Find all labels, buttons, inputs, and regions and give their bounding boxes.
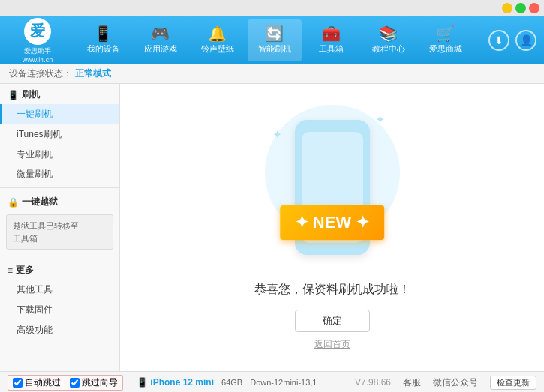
flash-icon: 🔄 [265,26,284,41]
sidebar-section-flash: 📱 刷机 [0,84,119,104]
check-update-button[interactable]: 检查更新 [490,376,536,390]
back-home-link[interactable]: 返回首页 [314,338,350,351]
sidebar-item-download-firmware[interactable]: 下载固件 [0,300,119,320]
sidebar-section-jailbreak: 🔒 一键越狱 [0,191,119,211]
version-label: V7.98.66 [355,377,391,388]
nav-bar: 📱 我的设备 🎮 应用游戏 🔔 铃声壁纸 🔄 智能刷机 🧰 工具箱 📚 教程中心… [68,19,481,61]
tutorial-icon: 📚 [379,26,398,41]
nav-apps-games[interactable]: 🎮 应用游戏 [134,19,188,61]
account-button[interactable]: 👤 [515,30,536,51]
device-info: 📱 iPhone 12 mini 64GB Down-12mini-13,1 [137,377,317,388]
sparkle-left: ✦ [272,127,282,142]
success-text: 恭喜您，保资料刷机成功啦！ [254,282,410,298]
sidebar-item-other-tools[interactable]: 其他工具 [0,280,119,300]
sidebar: 📱 刷机 一键刷机 iTunes刷机 专业刷机 微量刷机 🔒 一键越狱 越狱工具… [0,84,120,371]
success-illustration: ✦ ✦ ✦ NEW ✦ [257,105,407,270]
logo-icon: 爱 [24,18,51,45]
games-icon: 🎮 [151,26,170,41]
sidebar-item-advanced[interactable]: 高级功能 [0,320,119,340]
sidebar-item-one-key-flash[interactable]: 一键刷机 [0,104,119,124]
wechat-public-link[interactable]: 微信公众号 [433,376,478,389]
download-button[interactable]: ⬇ [488,30,509,51]
nav-smart-flash-label: 智能刷机 [258,43,291,55]
nav-tutorial[interactable]: 📚 教程中心 [362,19,416,61]
title-bar [0,0,544,16]
device-storage: 64GB [221,378,242,387]
status-label: 设备连接状态： [9,67,72,80]
logo-text: 爱思助手 [24,46,51,56]
main-layout: 📱 刷机 一键刷机 iTunes刷机 专业刷机 微量刷机 🔒 一键越狱 越狱工具… [0,84,544,371]
footer-right: V7.98.66 客服 微信公众号 检查更新 [355,376,536,390]
header-right: ⬇ 👤 [488,30,536,51]
sidebar-divider-2 [0,256,119,256]
confirm-button[interactable]: 确定 [295,310,370,332]
toolbox-icon: 🧰 [322,26,341,41]
sidebar-section-more: ≡ 更多 [0,259,119,280]
phone-icon: 📱 [94,26,113,41]
nav-shop[interactable]: 🛒 爱思商城 [419,19,473,61]
status-value: 正常模式 [75,67,111,80]
auto-skip-input[interactable] [13,378,23,388]
nav-my-device[interactable]: 📱 我的设备 [77,19,131,61]
sidebar-item-pro-flash[interactable]: 专业刷机 [0,145,119,165]
customer-service-link[interactable]: 客服 [403,376,421,389]
nav-apps-games-label: 应用游戏 [144,43,177,55]
device-name: iPhone 12 mini [150,377,214,388]
sidebar-divider-1 [0,187,119,188]
maximize-button[interactable] [515,3,526,13]
logo[interactable]: 爱 爱思助手 www.i4.cn [8,18,68,64]
nav-toolbox-label: 工具箱 [319,43,344,55]
auto-skip-checkbox[interactable]: 自动跳过 [13,376,61,389]
nav-my-device-label: 我的设备 [87,43,120,55]
logo-subtext: www.i4.cn [23,56,53,64]
new-badge: ✦ NEW ✦ [280,205,385,240]
device-model: Down-12mini-13,1 [250,378,317,387]
nav-smart-flash[interactable]: 🔄 智能刷机 [248,19,302,61]
shop-icon: 🛒 [436,26,455,41]
skip-wizard-label: 跳过向导 [82,376,118,389]
status-bar: 设备连接状态： 正常模式 [0,64,544,84]
sidebar-item-micro-flash[interactable]: 微量刷机 [0,164,119,184]
footer-wrapper: 自动跳过 跳过向导 📱 iPhone 12 mini 64GB Down-12m… [0,371,544,392]
nav-ringtones[interactable]: 🔔 铃声壁纸 [191,19,245,61]
ringtone-icon: 🔔 [208,26,227,41]
lock-icon: 🔒 [8,197,19,208]
more-section-label: 更多 [16,264,34,277]
sidebar-item-itunes-flash[interactable]: iTunes刷机 [0,124,119,145]
more-icon: ≡ [8,265,13,276]
skip-wizard-input[interactable] [70,378,80,388]
header: 爱 爱思助手 www.i4.cn 📱 我的设备 🎮 应用游戏 🔔 铃声壁纸 🔄 … [0,16,544,64]
nav-shop-label: 爱思商城 [429,43,462,55]
footer-checkbox-group: 自动跳过 跳过向导 [8,375,123,391]
nav-ringtones-label: 铃声壁纸 [201,43,234,55]
content-area: ✦ ✦ ✦ NEW ✦ 恭喜您，保资料刷机成功啦！ 确定 返回首页 [120,84,544,371]
flash-section-icon: 📱 [8,90,19,100]
flash-section-label: 刷机 [22,88,40,101]
jailbreak-section-label: 一键越狱 [22,196,58,208]
close-button[interactable] [529,3,539,13]
nav-toolbox[interactable]: 🧰 工具箱 [305,19,359,61]
jailbreak-notice: 越狱工具已转移至工具箱 [6,214,113,250]
skip-wizard-checkbox[interactable]: 跳过向导 [70,376,118,389]
device-icon: 📱 [137,377,148,388]
auto-skip-label: 自动跳过 [25,376,61,389]
footer-row1: 自动跳过 跳过向导 📱 iPhone 12 mini 64GB Down-12m… [0,372,544,392]
sparkle-right: ✦ [375,112,385,127]
minimize-button[interactable] [502,3,512,13]
nav-tutorial-label: 教程中心 [372,43,405,55]
